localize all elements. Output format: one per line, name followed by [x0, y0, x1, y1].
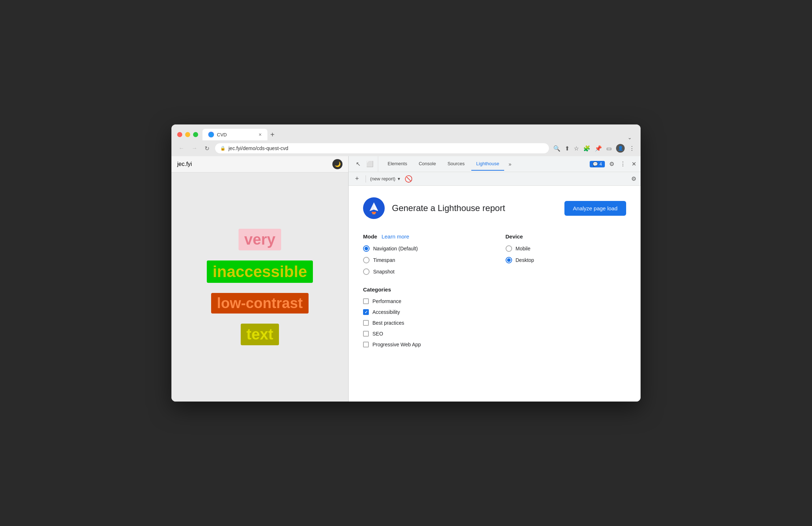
checkbox-seo-label: SEO [372, 331, 383, 337]
categories-title: Categories [363, 286, 626, 293]
lighthouse-settings-icon[interactable]: ⚙ [631, 175, 636, 182]
mode-device-section: Mode Learn more Navigation (Default) [363, 233, 626, 275]
radio-timespan-label: Timespan [373, 257, 395, 263]
settings-icon[interactable]: ⚙ [608, 159, 616, 169]
title-bar: 🌐 CVD × + ⌄ [171, 124, 641, 140]
mode-device-row: Mode Learn more Navigation (Default) [363, 233, 626, 275]
sidebar-icon[interactable]: ▭ [606, 145, 612, 152]
profile-icon[interactable]: 📌 [595, 145, 602, 152]
new-tab-button[interactable]: + [267, 129, 278, 140]
inspect-icon[interactable]: ⬜ [365, 159, 375, 169]
subheader-divider [366, 175, 366, 183]
extensions-icon[interactable]: 🧩 [583, 145, 590, 152]
tab-lighthouse[interactable]: Lighthouse [471, 157, 505, 171]
minimize-traffic-light[interactable] [185, 132, 190, 137]
checkbox-seo[interactable]: SEO [363, 331, 626, 337]
back-button[interactable]: ← [177, 144, 186, 152]
device-title: Device [506, 233, 627, 240]
radio-desktop-label: Desktop [516, 257, 534, 263]
radio-mobile[interactable]: Mobile [506, 245, 627, 252]
avatar[interactable]: 👤 [616, 144, 625, 153]
radio-navigation-inner [364, 247, 368, 250]
checkbox-best-practices-box [363, 320, 369, 326]
radio-mobile-label: Mobile [516, 246, 531, 251]
tab-end: ⌄ [278, 135, 635, 140]
checkbox-pwa[interactable]: Progressive Web App [363, 342, 626, 347]
checkbox-performance-label: Performance [372, 298, 401, 304]
tab-close-button[interactable]: × [259, 132, 262, 137]
tab-chevron-icon[interactable]: ⌄ [628, 135, 632, 140]
tab-elements[interactable]: Elements [383, 157, 412, 171]
tab-favicon: 🌐 [208, 132, 214, 137]
report-selector[interactable]: (new report) ▾ [370, 176, 400, 181]
categories-section: Categories Performance ✓ Accessibility [363, 286, 626, 347]
issues-icon: 💬 [593, 162, 598, 167]
devtools-icons: ↖ ⬜ [352, 156, 378, 172]
maximize-traffic-light[interactable] [193, 132, 198, 137]
dropdown-arrow-icon: ▾ [398, 176, 400, 181]
radio-desktop-circle [506, 257, 512, 263]
radio-navigation[interactable]: Navigation (Default) [363, 245, 484, 252]
more-tabs-icon[interactable]: » [506, 158, 514, 170]
tab-title: CVD [217, 132, 227, 137]
tabs-row: 🌐 CVD × + ⌄ [202, 129, 635, 140]
address-actions: 🔍 ⬆ ☆ 🧩 📌 ▭ 👤 ⋮ [553, 144, 635, 153]
checkbox-performance-box [363, 298, 369, 304]
checkbox-pwa-label: Progressive Web App [372, 342, 421, 347]
add-report-button[interactable]: + [353, 174, 361, 183]
mode-title: Mode Learn more [363, 233, 484, 240]
badge-count: 4 [599, 162, 602, 167]
mode-radio-group: Navigation (Default) Timespan Snapshot [363, 245, 484, 275]
refresh-button[interactable]: ↻ [203, 144, 211, 153]
device-column: Device Mobile [506, 233, 627, 275]
cursor-icon[interactable]: ↖ [354, 159, 362, 169]
webpage-panel: jec.fyi 🌙 very inaccessible low-contrast… [171, 156, 348, 402]
menu-icon[interactable]: ⋮ [629, 145, 635, 152]
checkbox-accessibility[interactable]: ✓ Accessibility [363, 309, 626, 315]
word-low-contrast: low-contrast [211, 293, 309, 314]
devtools-panel: ↖ ⬜ Elements Console Sources Lighthouse … [348, 156, 641, 402]
radio-timespan-circle [363, 257, 370, 263]
address-text: jec.fyi/demo/cds-quest-cvd [228, 145, 288, 151]
devtools-subheader: + (new report) ▾ 🚫 ⚙ [349, 172, 641, 186]
browser-window: 🌐 CVD × + ⌄ ← → ↻ 🔒 jec.fyi/demo/cds-que… [171, 124, 641, 402]
moon-icon: 🌙 [335, 161, 341, 167]
bookmark-icon[interactable]: ☆ [574, 145, 579, 152]
share-icon[interactable]: ⬆ [565, 145, 569, 152]
browser-tab[interactable]: 🌐 CVD × [202, 129, 267, 140]
forward-button[interactable]: → [190, 144, 199, 152]
analyze-button[interactable]: Analyze page load [564, 201, 626, 216]
svg-rect-4 [372, 213, 375, 214]
close-traffic-light[interactable] [177, 132, 182, 137]
report-selector-label: (new report) [370, 176, 396, 181]
checkbox-seo-box [363, 331, 369, 337]
no-throttle-icon[interactable]: 🚫 [405, 175, 412, 183]
checkbox-accessibility-label: Accessibility [372, 309, 400, 315]
checkbox-performance[interactable]: Performance [363, 298, 626, 304]
tab-sources[interactable]: Sources [442, 157, 470, 171]
address-bar: ← → ↻ 🔒 jec.fyi/demo/cds-quest-cvd 🔍 ⬆ ☆… [171, 140, 641, 156]
radio-timespan[interactable]: Timespan [363, 257, 484, 263]
issues-badge[interactable]: 💬 4 [590, 161, 605, 167]
categories-checkbox-group: Performance ✓ Accessibility Best practic… [363, 298, 626, 347]
more-options-icon[interactable]: ⋮ [619, 159, 627, 169]
radio-mobile-circle [506, 245, 512, 252]
dark-mode-button[interactable]: 🌙 [332, 159, 342, 169]
radio-snapshot[interactable]: Snapshot [363, 268, 484, 275]
webpage-toolbar: jec.fyi 🌙 [171, 156, 348, 172]
checkbox-best-practices[interactable]: Best practices [363, 320, 626, 326]
lighthouse-header: Generate a Lighthouse report Analyze pag… [363, 197, 626, 219]
radio-snapshot-circle [363, 268, 370, 275]
lighthouse-title: Generate a Lighthouse report [392, 203, 557, 213]
device-radio-group: Mobile Desktop [506, 245, 627, 263]
tab-console[interactable]: Console [414, 157, 441, 171]
address-input[interactable]: 🔒 jec.fyi/demo/cds-quest-cvd [215, 143, 549, 153]
search-icon[interactable]: 🔍 [553, 145, 560, 152]
radio-desktop[interactable]: Desktop [506, 257, 627, 263]
radio-navigation-label: Navigation (Default) [373, 246, 418, 251]
radio-desktop-inner [507, 258, 511, 262]
lighthouse-content: Generate a Lighthouse report Analyze pag… [349, 186, 641, 402]
close-devtools-icon[interactable]: ✕ [630, 159, 638, 169]
learn-more-link[interactable]: Learn more [381, 233, 409, 240]
word-text: text [241, 324, 279, 345]
